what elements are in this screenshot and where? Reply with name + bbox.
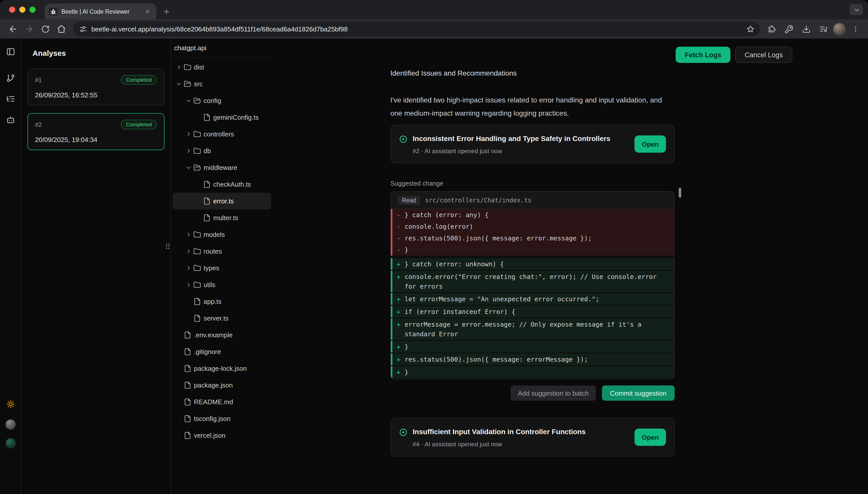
chevron-down-icon[interactable] [176,81,184,87]
tab-close-icon[interactable] [144,7,152,16]
chevron-right-icon[interactable] [176,64,184,70]
commit-suggestion-button[interactable]: Commit suggestion [602,385,675,401]
chevron-right-icon[interactable] [186,248,193,254]
tree-file-checkAuth.ts[interactable]: checkAuth.ts [172,176,271,193]
tree-file-.env.example[interactable]: .env.example [172,327,271,343]
tree-item-label: src [194,80,203,88]
analysis-date: 20/09/2025, 19:04:34 [35,136,157,144]
chevron-right-icon[interactable] [186,282,193,288]
issue-card-1[interactable]: Inconsistent Error Handling and Type Saf… [390,125,675,163]
file-icon [193,315,202,322]
fetch-logs-button[interactable]: Fetch Logs [676,47,731,63]
tree-file-package-lock.json[interactable]: package-lock.json [172,360,271,377]
profile-avatar[interactable] [833,23,846,35]
tab-title: Beetle | AI Code Reviewer [61,8,140,15]
tree-item-label: package-lock.json [194,365,247,372]
chevron-right-icon[interactable] [186,148,193,154]
tree-file-multer.ts[interactable]: multer.ts [172,209,271,226]
beetle-avatar[interactable] [5,438,16,448]
file-tree-panel: chatgpt.api distsrcconfiggeminiConfig.ts… [171,39,273,494]
chevron-down-icon[interactable] [186,98,193,103]
folder-icon [193,231,202,239]
file-icon [203,214,211,222]
minimize-window-button[interactable] [19,6,25,13]
file-icon [184,331,192,339]
issue-card-2[interactable]: Insufficient Input Validation in Control… [390,418,675,456]
tree-item-label: .gitignore [194,348,221,356]
chevron-right-icon[interactable] [186,131,193,137]
panel-resize-handle[interactable] [164,242,171,250]
tree-folder-dist[interactable]: dist [172,59,271,76]
open-issue-button[interactable]: Open [634,429,666,446]
password-key-icon[interactable] [781,22,796,36]
download-icon[interactable] [798,22,814,36]
tree-folder-config[interactable]: config [172,92,271,109]
suggested-change-label: Suggested change [390,180,675,187]
chevron-right-icon[interactable] [186,232,193,238]
chevron-down-icon[interactable] [186,165,193,170]
analysis-card-2[interactable]: #2 Completed 20/09/2025, 19:04:34 [27,113,164,150]
tree-folder-src[interactable]: src [172,76,271,92]
tree-file-error.ts[interactable]: error.ts [172,193,271,209]
tree-folder-controllers[interactable]: controllers [172,126,271,142]
workflow-icon[interactable] [4,72,17,85]
tab-search-chevron-icon[interactable] [850,4,863,15]
tree-file-package.json[interactable]: package.json [172,377,271,394]
tree-folder-routes[interactable]: routes [172,243,271,260]
bookmark-star-icon[interactable] [746,25,755,33]
theme-sun-icon[interactable] [4,398,17,411]
chat-intro: I've identified two high-impact issues r… [390,93,675,120]
site-info-icon[interactable] [79,25,87,33]
extensions-icon[interactable] [764,22,779,36]
cancel-logs-button[interactable]: Cancel Logs [735,47,792,63]
close-window-button[interactable] [9,6,15,13]
file-icon [184,398,192,406]
diff-removed-line: -res.status(500).json({ message: error.m… [391,232,674,244]
analysis-card-1[interactable]: #1 Completed 26/09/2025, 16:52:55 [27,69,164,106]
tree-folder-utils[interactable]: utils [172,277,271,293]
bot-icon[interactable] [4,113,17,126]
tree-file-.gitignore[interactable]: .gitignore [172,343,271,360]
tree-item-label: package.json [194,381,233,389]
issue-title: Insufficient Input Validation in Control… [413,428,586,436]
tree-file-geminiConfig.ts[interactable]: geminiConfig.ts [172,109,271,126]
forward-icon[interactable] [21,22,37,36]
browser-tab[interactable]: Beetle | AI Code Reviewer [45,3,156,19]
tree-file-vercel.json[interactable]: vercel.json [172,427,271,444]
tree-folder-middleware[interactable]: middleware [172,159,271,176]
chat-scrollbar-thumb[interactable] [679,188,681,198]
reload-icon[interactable] [38,22,53,36]
user-avatar[interactable] [5,419,16,430]
tree-folder-db[interactable]: db [172,142,271,159]
tree-file-tsconfig.json[interactable]: tsconfig.json [172,410,271,427]
media-controls-icon[interactable] [816,22,831,36]
zoom-window-button[interactable] [30,6,36,13]
chevron-right-icon[interactable] [186,265,193,271]
diff-added-line: +} [391,366,674,378]
beetle-app: Analyses #1 Completed 26/09/2025, 16:52:… [0,39,868,494]
tree-file-server.ts[interactable]: server.ts [172,310,271,327]
new-tab-button[interactable] [161,5,172,18]
tree-file-app.ts[interactable]: app.ts [172,293,271,310]
back-icon[interactable] [5,22,20,36]
list-tree-icon[interactable] [4,92,17,106]
diff-added-line: +} catch (error: unknown) { [391,258,674,270]
file-tree-list: distsrcconfiggeminiConfig.tscontrollersd… [171,58,273,444]
home-icon[interactable] [54,22,69,36]
diff-removed-line: -console.log(error) [391,221,674,232]
url-text[interactable]: beetle-ai.vercel.app/analysis/68ce2064b8… [91,25,742,33]
tree-folder-types[interactable]: types [172,260,271,277]
open-issue-button[interactable]: Open [634,135,666,153]
tree-file-README.md[interactable]: README.md [172,394,271,410]
address-bar[interactable]: beetle-ai.vercel.app/analysis/68ce2064b8… [73,21,760,37]
tree-item-label: app.ts [204,298,222,305]
tree-folder-models[interactable]: models [172,226,271,243]
diff-removed-block: -} catch (error: any) {-console.log(erro… [391,209,674,255]
suggested-change-diff: Read src/controllers/Chat/index.ts -} ca… [390,191,675,379]
panel-toggle-icon[interactable] [4,45,17,58]
add-suggestion-to-batch-button[interactable]: Add suggestion to batch [511,385,596,401]
tree-item-label: tsconfig.json [194,415,231,422]
file-icon [184,348,192,356]
menu-kebab-icon[interactable] [848,22,863,36]
folder-icon [193,281,202,289]
